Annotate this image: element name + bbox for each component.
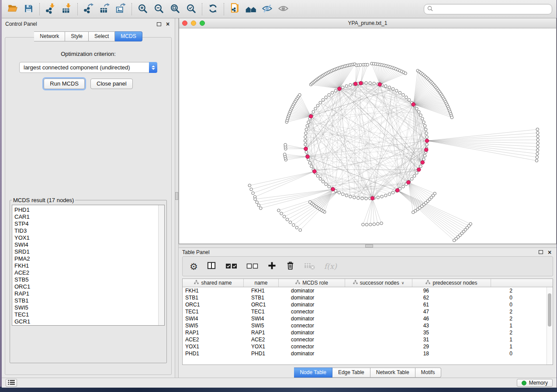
table-panel-float-button[interactable]	[537, 249, 544, 256]
splitter-grip[interactable]	[365, 244, 373, 248]
mcds-result-item[interactable]: PMA2	[14, 255, 158, 262]
ring-node	[305, 128, 308, 131]
add-column-button[interactable]	[267, 261, 277, 272]
table-row[interactable]: RAP1 RAP1 dominator 35 2	[183, 329, 547, 336]
network-overview-button[interactable]	[243, 2, 259, 16]
import-network-button[interactable]	[42, 2, 59, 16]
close-panel-button[interactable]: Close panel	[90, 79, 133, 89]
table-row[interactable]: YOX1 YOX1 connector 29 1	[183, 343, 547, 350]
mcds-result-item[interactable]: TID3	[14, 227, 158, 234]
unselect-all-columns-button[interactable]	[246, 262, 259, 271]
mcds-result-item[interactable]: STB1	[14, 297, 158, 304]
mcds-list-scrollbar[interactable]	[158, 205, 164, 325]
select-all-columns-button[interactable]	[225, 262, 238, 271]
export-table-button[interactable]	[97, 2, 113, 16]
mcds-result-item[interactable]: STP4	[14, 220, 158, 227]
zoom-out-button[interactable]	[151, 2, 167, 16]
mcds-result-item[interactable]: RAP1	[14, 290, 158, 297]
table-scrollbar[interactable]	[547, 287, 553, 364]
table-tab[interactable]: Node Table	[294, 368, 332, 378]
ring-node	[305, 151, 308, 154]
cell-successor-nodes: 31	[360, 336, 432, 343]
table-row[interactable]: ACE2 ACE2 connector 31 1	[183, 336, 547, 343]
satellite-node	[536, 128, 539, 131]
cell-predecessor-nodes: 1	[432, 336, 515, 343]
control-panel-tab[interactable]: MCDS	[115, 31, 142, 41]
table-panel-close-button[interactable]: ×	[546, 249, 553, 256]
zoom-selected-button[interactable]	[183, 2, 199, 16]
table-row[interactable]: ORC1 ORC1 dominator 61 0	[183, 301, 547, 308]
delete-table-button[interactable]	[304, 261, 315, 272]
ring-node	[304, 132, 308, 135]
control-panel-tab[interactable]: Style	[65, 31, 89, 41]
vertical-splitter[interactable]	[175, 18, 179, 378]
show-columns-button[interactable]	[207, 261, 217, 272]
tree-icon	[295, 280, 300, 286]
mcds-result-item[interactable]: SWI5	[14, 304, 158, 311]
splitter-grip[interactable]	[175, 192, 178, 200]
export-network-button[interactable]	[80, 2, 97, 16]
table-tab[interactable]: Network Table	[370, 368, 415, 378]
control-panel-tab[interactable]: Select	[89, 31, 115, 41]
search-input[interactable]	[435, 6, 549, 13]
column-header[interactable]: MCDS role ∨	[279, 279, 345, 287]
mcds-result-item[interactable]: SWI4	[14, 241, 158, 248]
table-row[interactable]: SWI4 SWI4 dominator 46 2	[183, 315, 547, 322]
mcds-hub-node	[412, 103, 415, 107]
horizontal-splitter[interactable]	[179, 244, 557, 248]
table-tab[interactable]: Motifs	[415, 368, 441, 378]
table-row[interactable]: FKH1 FKH1 dominator 96 2	[183, 287, 547, 294]
mcds-result-item[interactable]: ACE2	[14, 269, 158, 276]
column-header[interactable]: shared name ∨	[183, 279, 244, 287]
control-panel-tab[interactable]: Network	[34, 31, 65, 41]
mcds-result-item[interactable]: STB5	[14, 276, 158, 283]
column-header[interactable]: predecessor nodes ∨	[412, 279, 491, 287]
table-scrollbar-thumb[interactable]	[548, 293, 551, 327]
show-graphics-button[interactable]	[275, 2, 291, 16]
zoom-in-button[interactable]	[135, 2, 151, 16]
mcds-result-item[interactable]: CAR1	[14, 213, 158, 220]
task-history-button[interactable]	[6, 379, 17, 387]
table-row[interactable]: SWI5 SWI5 connector 43 1	[183, 322, 547, 329]
table-row[interactable]: PHD1 PHD1 dominator 18 0	[183, 350, 547, 357]
satellite-node	[536, 149, 539, 152]
import-table-button[interactable]	[59, 2, 75, 16]
save-session-button[interactable]	[21, 2, 37, 16]
mcds-result-item[interactable]: ORC1	[14, 283, 158, 290]
zoom-fit-button[interactable]	[167, 2, 183, 16]
column-header[interactable]: name ∨	[244, 279, 279, 287]
ring-node	[328, 93, 331, 96]
ring-node	[304, 136, 307, 139]
column-header-label: name	[254, 280, 267, 286]
share-document-button[interactable]	[227, 2, 243, 16]
delete-column-button[interactable]	[285, 261, 295, 272]
mcds-result-item[interactable]: PHD1	[14, 206, 158, 213]
mcds-result-item[interactable]: GCR1	[14, 318, 158, 325]
search-field[interactable]	[424, 4, 552, 14]
table-tab[interactable]: Edge Table	[332, 368, 370, 378]
control-panel-close-button[interactable]: ×	[164, 21, 171, 28]
network-canvas[interactable]	[179, 28, 556, 244]
export-network-icon	[83, 3, 94, 15]
control-panel: Control Panel × NetworkStyleSelectMCDS O…	[2, 18, 175, 378]
plus-icon	[267, 261, 277, 272]
cell-predecessor-nodes: 1	[432, 322, 515, 329]
open-file-button[interactable]	[4, 2, 21, 16]
export-image-button[interactable]	[113, 2, 129, 16]
column-header[interactable]: successor nodes ∨	[345, 279, 412, 287]
function-builder-button[interactable]: f(x)	[324, 262, 337, 271]
table-settings-button[interactable]: ⚙	[190, 262, 198, 271]
mcds-result-item[interactable]: TEC1	[14, 311, 158, 318]
criterion-dropdown[interactable]: largest connected component (undirected)	[19, 62, 157, 73]
control-panel-float-button[interactable]	[156, 21, 163, 28]
mcds-result-item[interactable]: YOX1	[14, 234, 158, 241]
memory-button[interactable]: Memory	[517, 379, 553, 387]
table-row[interactable]: STB1 STB1 dominator 62 0	[183, 294, 547, 301]
table-row[interactable]: TEC1 TEC1 connector 47 2	[183, 308, 547, 315]
run-mcds-button[interactable]: Run MCDS	[44, 79, 85, 89]
zoom-out-icon	[153, 3, 164, 15]
refresh-view-button[interactable]	[205, 2, 221, 16]
mcds-result-item[interactable]: FKH1	[14, 262, 158, 269]
mcds-result-item[interactable]: SRD1	[14, 248, 158, 255]
hide-graphics-button[interactable]	[259, 2, 275, 16]
